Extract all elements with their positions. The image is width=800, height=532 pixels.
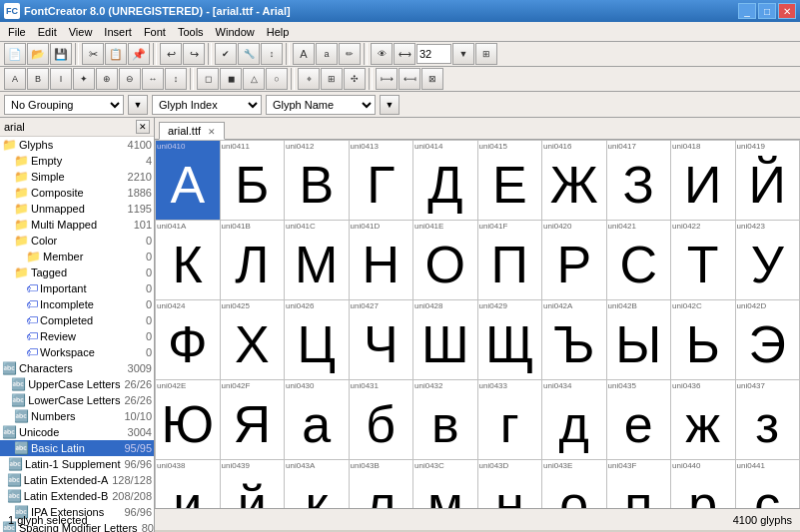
new-button[interactable]: 📄 bbox=[4, 43, 26, 65]
zoom-out-button[interactable]: a bbox=[316, 43, 338, 65]
glyph-cell[interactable]: uni042E Ю bbox=[156, 380, 221, 460]
tb2-13[interactable]: ⌖ bbox=[298, 68, 320, 90]
glyph-cell[interactable]: uni0436 ж bbox=[671, 380, 736, 460]
tb2-3[interactable]: I bbox=[50, 68, 72, 90]
tb2-16[interactable]: ⟼ bbox=[376, 68, 398, 90]
sidebar-close-btn[interactable]: ✕ bbox=[136, 120, 150, 134]
menu-tools[interactable]: Tools bbox=[172, 24, 210, 40]
glyph-cell[interactable]: uni043C м bbox=[413, 460, 478, 508]
glyph-cell[interactable]: uni0429 Щ bbox=[478, 300, 543, 380]
glyph-cell[interactable]: uni0426 Ц bbox=[285, 300, 350, 380]
glyph-cell[interactable]: uni0413 Г bbox=[350, 141, 414, 221]
tb2-1[interactable]: A bbox=[4, 68, 26, 90]
zoom-in-button[interactable]: A bbox=[293, 43, 315, 65]
glyph-cell[interactable]: uni043E о bbox=[542, 460, 607, 508]
sidebar-item-workspace[interactable]: 🏷 Workspace 0 bbox=[0, 344, 154, 360]
glyph-cell[interactable]: uni0441 с bbox=[736, 460, 801, 508]
display-dropdown-btn[interactable]: ▼ bbox=[380, 95, 400, 115]
cleanup-button[interactable]: 🔧 bbox=[238, 43, 260, 65]
glyph-cell[interactable]: uni042C Ь bbox=[671, 300, 736, 380]
maximize-button[interactable]: □ bbox=[758, 3, 776, 19]
glyph-cell[interactable]: uni0438 и bbox=[156, 460, 221, 508]
menu-help[interactable]: Help bbox=[261, 24, 296, 40]
sidebar-item-completed[interactable]: 🏷 Completed 0 bbox=[0, 312, 154, 328]
preview-button[interactable]: 👁 bbox=[371, 43, 393, 65]
sidebar-item-numbers[interactable]: 🔤 Numbers 10/10 bbox=[0, 408, 154, 424]
cut-button[interactable]: ✂ bbox=[82, 43, 104, 65]
glyph-cell[interactable]: uni0431 б bbox=[350, 380, 414, 460]
glyph-cell[interactable]: uni0425 Х bbox=[221, 300, 286, 380]
glyph-cell[interactable]: uni0430 а bbox=[285, 380, 350, 460]
sidebar-item-unmapped[interactable]: 📁 Unmapped 1195 bbox=[0, 201, 154, 217]
sort-button[interactable]: ↕ bbox=[261, 43, 283, 65]
glyph-cell[interactable]: uni041A К bbox=[156, 221, 221, 300]
sidebar-item-unicode[interactable]: 🔤 Unicode 3004 bbox=[0, 424, 154, 440]
glyph-cell[interactable]: uni0420 Р bbox=[542, 221, 607, 300]
size-input[interactable] bbox=[416, 44, 451, 64]
sidebar-item-empty[interactable]: 📁 Empty 4 bbox=[0, 153, 154, 169]
menu-font[interactable]: Font bbox=[138, 24, 172, 40]
tb2-11[interactable]: △ bbox=[243, 68, 265, 90]
glyph-cell[interactable]: uni0433 г bbox=[478, 380, 543, 460]
sidebar-item-characters[interactable]: 🔤 Characters 3009 bbox=[0, 360, 154, 376]
metrics-button[interactable]: ⟷ bbox=[394, 43, 415, 65]
glyph-cell[interactable]: uni0428 Ш bbox=[413, 300, 478, 380]
glyph-cell[interactable]: uni041D Н bbox=[350, 221, 414, 300]
tb2-5[interactable]: ⊕ bbox=[96, 68, 118, 90]
tab-close-icon[interactable]: ✕ bbox=[208, 127, 216, 137]
undo-button[interactable]: ↩ bbox=[160, 43, 182, 65]
glyph-cell[interactable]: uni0412 В bbox=[285, 141, 350, 221]
glyph-cell[interactable]: uni0440 р bbox=[671, 460, 736, 508]
tb2-9[interactable]: ◻ bbox=[197, 68, 219, 90]
grouping-select[interactable]: No Grouping bbox=[4, 95, 124, 115]
menu-file[interactable]: File bbox=[2, 24, 32, 40]
display-select[interactable]: Glyph Name bbox=[266, 95, 376, 115]
sidebar-item-composite[interactable]: 📁 Composite 1886 bbox=[0, 185, 154, 201]
copy-button[interactable]: 📋 bbox=[105, 43, 127, 65]
sidebar-item-latinextB[interactable]: 🔤 Latin Extended-B 208/208 bbox=[0, 488, 154, 504]
sidebar-item-latin1supp[interactable]: 🔤 Latin-1 Supplement 96/96 bbox=[0, 456, 154, 472]
glyph-cell[interactable]: uni0414 Д bbox=[413, 141, 478, 221]
glyph-cell[interactable]: uni041B Л bbox=[221, 221, 286, 300]
sidebar-item-tagged[interactable]: 📁 Tagged 0 bbox=[0, 265, 154, 280]
glyph-cell[interactable]: uni0421 С bbox=[607, 221, 672, 300]
glyph-cell[interactable]: uni0415 Е bbox=[478, 141, 543, 221]
glyph-cell[interactable]: uni0437 з bbox=[736, 380, 801, 460]
glyph-cell[interactable]: uni041E О bbox=[413, 221, 478, 300]
glyph-cell[interactable]: uni042F Я bbox=[221, 380, 286, 460]
tb2-12[interactable]: ○ bbox=[266, 68, 288, 90]
validate-button[interactable]: ✔ bbox=[215, 43, 237, 65]
grid-button[interactable]: ⊞ bbox=[475, 43, 497, 65]
tb2-15[interactable]: ✣ bbox=[344, 68, 366, 90]
glyph-cell[interactable]: uni0423 У bbox=[736, 221, 801, 300]
glyph-area[interactable]: uni0410 А uni0411 Б uni0412 В uni0413 Г … bbox=[155, 140, 800, 508]
tb2-4[interactable]: ✦ bbox=[73, 68, 95, 90]
glyph-cell[interactable]: uni0410 А bbox=[156, 141, 221, 221]
glyph-cell[interactable]: uni042B Ы bbox=[607, 300, 672, 380]
glyph-cell[interactable]: uni043F п bbox=[607, 460, 672, 508]
sidebar-item-glyphs[interactable]: 📁 Glyphs 4100 bbox=[0, 137, 154, 153]
sidebar-item-latinextA[interactable]: 🔤 Latin Extended-A 128/128 bbox=[0, 472, 154, 488]
glyph-cell[interactable]: uni0434 д bbox=[542, 380, 607, 460]
glyph-cell[interactable]: uni0418 И bbox=[671, 141, 736, 221]
glyph-cell[interactable]: uni041F П bbox=[478, 221, 543, 300]
menu-window[interactable]: Window bbox=[210, 24, 261, 40]
sidebar-item-review[interactable]: 🏷 Review 0 bbox=[0, 328, 154, 344]
glyph-cell[interactable]: uni042D Э bbox=[736, 300, 801, 380]
glyph-cell[interactable]: uni041C М bbox=[285, 221, 350, 300]
glyph-cell[interactable]: uni0432 в bbox=[413, 380, 478, 460]
sidebar-item-member[interactable]: 📁 Member 0 bbox=[0, 249, 154, 265]
tb2-18[interactable]: ⊠ bbox=[421, 68, 443, 90]
sidebar-item-uppercase[interactable]: 🔤 UpperCase Letters 26/26 bbox=[0, 376, 154, 392]
tb2-6[interactable]: ⊖ bbox=[119, 68, 141, 90]
glyph-cell[interactable]: uni043B л bbox=[350, 460, 414, 508]
glyph-cell[interactable]: uni043A к bbox=[285, 460, 350, 508]
sidebar-item-multimapped[interactable]: 📁 Multi Mapped 101 bbox=[0, 217, 154, 233]
sidebar-item-simple[interactable]: 📁 Simple 2210 bbox=[0, 169, 154, 185]
sidebar-item-color[interactable]: 📁 Color 0 bbox=[0, 233, 154, 249]
glyph-cell[interactable]: uni0435 е bbox=[607, 380, 672, 460]
glyph-cell[interactable]: uni042A Ъ bbox=[542, 300, 607, 380]
glyph-cell[interactable]: uni0427 Ч bbox=[350, 300, 414, 380]
menu-insert[interactable]: Insert bbox=[98, 24, 138, 40]
tb2-7[interactable]: ↔ bbox=[142, 68, 164, 90]
